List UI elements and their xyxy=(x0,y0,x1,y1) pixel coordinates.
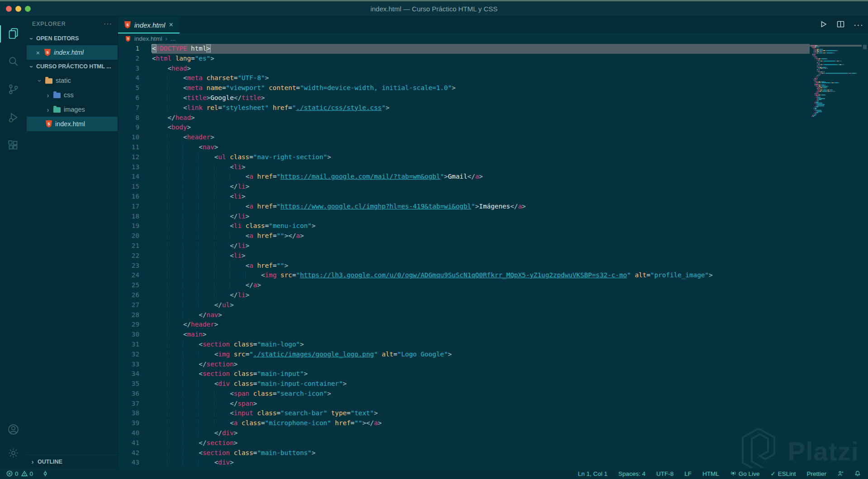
sidebar-item-run-debug[interactable] xyxy=(0,104,27,132)
code-line-text: <section class="main-logo"> xyxy=(152,340,810,350)
open-editors-section[interactable]: › OPEN EDITORS xyxy=(27,32,118,45)
code-line[interactable]: 26 </li> xyxy=(118,290,810,300)
code-line[interactable]: 10 <header> xyxy=(118,133,810,142)
code-line[interactable]: 32 <img src="./static/images/google_logo… xyxy=(118,350,810,360)
project-root-folder[interactable]: › CURSO PRÁCTICO HTML ... xyxy=(27,60,118,73)
check-icon: ✓ xyxy=(770,470,775,477)
code-line[interactable]: 28 </nav> xyxy=(118,310,810,320)
code-line[interactable]: 23 <a href=""> xyxy=(118,261,810,271)
code-line[interactable]: 4 <meta charset="UTF-8"> xyxy=(118,73,810,83)
minimap[interactable] xyxy=(810,44,862,468)
code-line-text: <input class="search-bar" type="text"> xyxy=(152,408,810,418)
open-editor-filename: index.html xyxy=(54,49,84,56)
line-number: 10 xyxy=(118,133,152,142)
close-editor-icon[interactable]: × xyxy=(35,49,41,57)
ports-indicator-icon[interactable] xyxy=(42,470,48,477)
code-line[interactable]: 12 <ul class="nav-right-section"> xyxy=(118,152,810,162)
editor-scrollbar[interactable] xyxy=(862,44,868,468)
code-line[interactable]: 21 </li> xyxy=(118,241,810,251)
window-title: index.html — Curso Práctico HTML y CSS xyxy=(0,1,868,16)
sidebar-item-explorer[interactable] xyxy=(0,20,27,48)
eol-setting[interactable]: LF xyxy=(684,470,692,477)
eslint-status[interactable]: ✓ ESLint xyxy=(770,470,796,477)
breadcrumb-file[interactable]: index.html xyxy=(134,35,162,42)
code-line[interactable]: 33 </section> xyxy=(118,360,810,370)
code-line[interactable]: 35 <div class="main-input-container"> xyxy=(118,379,810,389)
line-number: 40 xyxy=(118,428,152,438)
code-line[interactable]: 5 <meta name="viewport" content="width=d… xyxy=(118,83,810,93)
code-line[interactable]: 38 <input class="search-bar" type="text"… xyxy=(118,408,810,418)
code-line[interactable]: 16 <li> xyxy=(118,192,810,202)
code-line[interactable]: 13 <li> xyxy=(118,162,810,172)
code-line[interactable]: 40 </div> xyxy=(118,428,810,438)
tree-folder-static[interactable]: › static xyxy=(27,73,118,88)
code-line[interactable]: 15 </li> xyxy=(118,182,810,192)
problems-errors[interactable]: 0 xyxy=(6,470,19,477)
code-line[interactable]: 43 <div> xyxy=(118,458,810,468)
code-line-text: </section> xyxy=(152,438,810,448)
code-line[interactable]: 25 </a> xyxy=(118,280,810,290)
line-number: 36 xyxy=(118,389,152,399)
code-line-text: <head> xyxy=(152,64,810,74)
code-line-text: </li> xyxy=(152,212,810,222)
feedback-person-icon[interactable] xyxy=(837,470,844,477)
code-line[interactable]: 20 <a href=""></a> xyxy=(118,231,810,241)
code-line[interactable]: 19 <li class="menu-icon"> xyxy=(118,221,810,231)
tree-folder-images[interactable]: › images xyxy=(27,102,118,117)
outline-section[interactable]: › OUTLINE xyxy=(27,455,118,468)
sidebar-item-extensions[interactable] xyxy=(0,132,27,160)
close-tab-icon[interactable]: × xyxy=(169,21,173,29)
cursor-position[interactable]: Ln 1, Col 1 xyxy=(578,470,607,477)
prettier-status[interactable]: Prettier xyxy=(806,470,826,477)
problems-warnings[interactable]: 0 xyxy=(21,470,33,477)
account-button[interactable] xyxy=(0,418,27,442)
language-mode[interactable]: HTML xyxy=(702,470,719,477)
folder-icon xyxy=(53,93,61,98)
tree-folder-css[interactable]: › css xyxy=(27,88,118,102)
code-line-text: <main> xyxy=(152,330,810,340)
code-line[interactable]: 39 <a class="microphone-icon" href=""></… xyxy=(118,418,810,428)
encoding-setting[interactable]: UTF-8 xyxy=(656,470,674,477)
tree-file-index-html[interactable]: 5 index.html xyxy=(27,117,118,131)
code-line[interactable]: 22 <li> xyxy=(118,251,810,261)
breadcrumb-more[interactable]: ... xyxy=(171,35,175,42)
code-line[interactable]: 34 <section class="main-input"> xyxy=(118,369,810,379)
split-editor-button[interactable] xyxy=(836,19,845,31)
explorer-actions-button[interactable]: ··· xyxy=(104,20,112,28)
code-line[interactable]: 11 <nav> xyxy=(118,142,810,152)
sidebar-item-source-control[interactable] xyxy=(0,76,27,104)
settings-button[interactable] xyxy=(0,442,27,465)
breadcrumb[interactable]: 5 index.html › ... xyxy=(118,33,868,44)
go-live-button[interactable]: Go Live xyxy=(730,470,760,478)
code-line[interactable]: 24 <img src="https://lh3.google.com/u/0/… xyxy=(118,270,810,280)
code-line[interactable]: 29 </header> xyxy=(118,320,810,330)
code-line[interactable]: 14 <a href="https://mail.google.com/mail… xyxy=(118,172,810,182)
code-line[interactable]: 2<html lang="es"> xyxy=(118,54,810,64)
code-line[interactable]: 7 <link rel="stylesheet" href="./static/… xyxy=(118,103,810,113)
sidebar-item-search[interactable] xyxy=(0,48,27,76)
code-line[interactable]: 27 </ul> xyxy=(118,300,810,310)
indentation-setting[interactable]: Spaces: 4 xyxy=(618,470,645,477)
code-line[interactable]: 8 </head> xyxy=(118,113,810,123)
open-editor-item-index-html[interactable]: × 5 index.html xyxy=(27,45,118,60)
run-preview-button[interactable] xyxy=(818,19,828,31)
code-line[interactable]: 42 <section class="main-buttons"> xyxy=(118,448,810,458)
notifications-bell-icon[interactable] xyxy=(854,470,861,477)
code-line[interactable]: 41 </section> xyxy=(118,438,810,448)
scrollbar-thumb[interactable] xyxy=(863,45,867,49)
more-actions-button[interactable]: ··· xyxy=(854,20,863,30)
code-line[interactable]: 18 </li> xyxy=(118,212,810,222)
code-line[interactable]: 36 <span class="search-icon"> xyxy=(118,389,810,399)
code-line[interactable]: 31 <section class="main-logo"> xyxy=(118,340,810,350)
code-line[interactable]: 6 <title>Google</title> xyxy=(118,93,810,103)
chevron-down-icon: › xyxy=(36,78,44,83)
code-line[interactable]: 37 </span> xyxy=(118,399,810,409)
tab-index-html[interactable]: 5 index.html × xyxy=(118,16,180,33)
code-editor[interactable]: 1<!DOCTYPE html>2<html lang="es">3 <head… xyxy=(118,44,810,468)
code-line[interactable]: 9 <body> xyxy=(118,123,810,133)
code-line[interactable]: 17 <a href="https://www.google.cl/imghp?… xyxy=(118,202,810,212)
code-line[interactable]: 1<!DOCTYPE html> xyxy=(118,44,810,54)
code-line[interactable]: 30 <main> xyxy=(118,330,810,340)
code-line[interactable]: 3 <head> xyxy=(118,64,810,74)
tab-label: index.html xyxy=(134,21,165,29)
